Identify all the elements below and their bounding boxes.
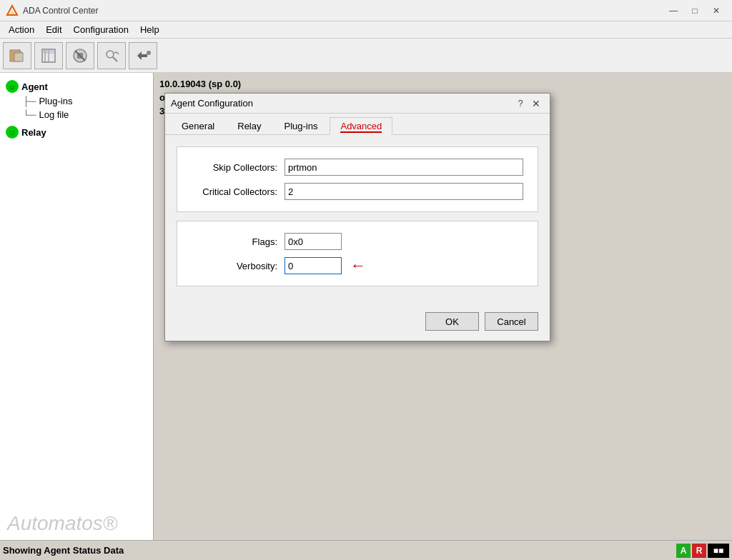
sidebar-item-relay[interactable]: ☺ Relay (3, 124, 150, 140)
agent-config-dialog: Agent Configuration ? ✕ General Relay Pl… (164, 93, 550, 341)
badge-r: R (692, 544, 706, 558)
toolbar-btn-4[interactable] (97, 42, 126, 69)
critical-collectors-row: Critical Collectors: (192, 183, 523, 200)
skip-collectors-label: Skip Collectors: (192, 162, 285, 173)
flags-label: Flags: (192, 236, 285, 247)
dialog-footer: OK Cancel (165, 306, 550, 341)
toolbar-btn-3[interactable] (66, 42, 94, 69)
flags-section: Flags: Verbosity: ← (177, 221, 538, 286)
agent-label: Agent (21, 81, 48, 92)
toolbar (0, 39, 732, 73)
sidebar: ☺ Agent ├─ Plug-ins └─ Log file ☺ Relay (0, 73, 154, 540)
svg-point-12 (107, 51, 114, 58)
sidebar-item-logfile[interactable]: └─ Log file (3, 108, 150, 121)
status-bar: Showing Agent Status Data A R ■■ (0, 540, 732, 560)
dialog-body: Skip Collectors: Critical Collectors: Fl… (165, 135, 550, 306)
menu-help[interactable]: Help (134, 23, 165, 36)
status-badges: A R ■■ (676, 544, 729, 558)
svg-line-13 (113, 57, 117, 61)
tab-general-label: General (182, 121, 214, 131)
menu-bar: Action Edit Configuration Help (0, 21, 732, 39)
toolbar-btn-1[interactable] (3, 42, 31, 69)
title-bar-controls: — □ ✕ (663, 4, 726, 18)
tree-line-icon-2: └─ (23, 109, 36, 120)
agent-status-icon: ☺ (6, 80, 19, 93)
dialog-close-button[interactable]: ✕ (528, 96, 544, 111)
skip-collectors-input[interactable] (285, 159, 523, 176)
critical-collectors-label: Critical Collectors: (192, 186, 285, 197)
dialog-tabs: General Relay Plug-ins Advanced (165, 114, 550, 135)
badge-black: ■■ (708, 544, 729, 558)
tab-general[interactable]: General (171, 117, 225, 135)
restore-button[interactable]: □ (685, 4, 705, 18)
sidebar-item-plugins[interactable]: ├─ Plug-ins (3, 94, 150, 108)
plugins-label: Plug-ins (39, 96, 72, 106)
svg-text:△: △ (11, 10, 14, 14)
title-bar: △ ADA Control Center — □ ✕ (0, 0, 732, 21)
dialog-help-button[interactable]: ? (513, 96, 528, 111)
skip-collectors-row: Skip Collectors: (192, 159, 523, 176)
logfile-label: Log file (39, 109, 69, 120)
flags-input[interactable] (285, 233, 342, 250)
tab-plugins[interactable]: Plug-ins (274, 117, 329, 135)
verbosity-label: Verbosity: (192, 261, 285, 271)
toolbar-btn-5[interactable] (129, 42, 157, 69)
tab-plugins-label: Plug-ins (285, 121, 318, 131)
collectors-section: Skip Collectors: Critical Collectors: (177, 146, 538, 212)
verbosity-input[interactable] (285, 257, 342, 274)
ok-button[interactable]: OK (425, 312, 479, 331)
menu-configuration[interactable]: Configuration (68, 23, 134, 36)
minimize-button[interactable]: — (663, 4, 683, 18)
relay-status-icon: ☺ (6, 126, 19, 139)
arrow-indicator-icon: ← (350, 258, 366, 274)
tree-line-icon: ├─ (23, 96, 36, 106)
menu-edit[interactable]: Edit (40, 23, 67, 36)
critical-collectors-input[interactable] (285, 183, 523, 200)
tab-relay[interactable]: Relay (227, 117, 272, 135)
dialog-title-bar: Agent Configuration ? ✕ (165, 94, 550, 114)
svg-rect-8 (42, 49, 55, 54)
svg-marker-3 (14, 53, 23, 61)
tab-advanced[interactable]: Advanced (330, 117, 392, 135)
app-logo: △ (6, 4, 19, 17)
tab-relay-label: Relay (237, 121, 261, 131)
cancel-button[interactable]: Cancel (485, 312, 538, 331)
toolbar-btn-2[interactable] (34, 42, 63, 69)
svg-point-14 (147, 51, 151, 55)
sidebar-item-agent[interactable]: ☺ Agent (3, 79, 150, 94)
app-title: ADA Control Center (23, 6, 663, 16)
app-close-button[interactable]: ✕ (706, 4, 726, 18)
dialog-title: Agent Configuration (171, 98, 513, 109)
flags-row: Flags: (192, 233, 523, 250)
menu-action[interactable]: Action (3, 23, 40, 36)
status-text: Showing Agent Status Data (3, 545, 676, 556)
tab-advanced-label: Advanced (340, 121, 382, 133)
verbosity-row: Verbosity: ← (192, 257, 523, 274)
badge-a: A (676, 544, 691, 558)
os-info: 10.0.19043 (sp 0.0) (159, 79, 726, 89)
relay-label: Relay (21, 127, 46, 138)
